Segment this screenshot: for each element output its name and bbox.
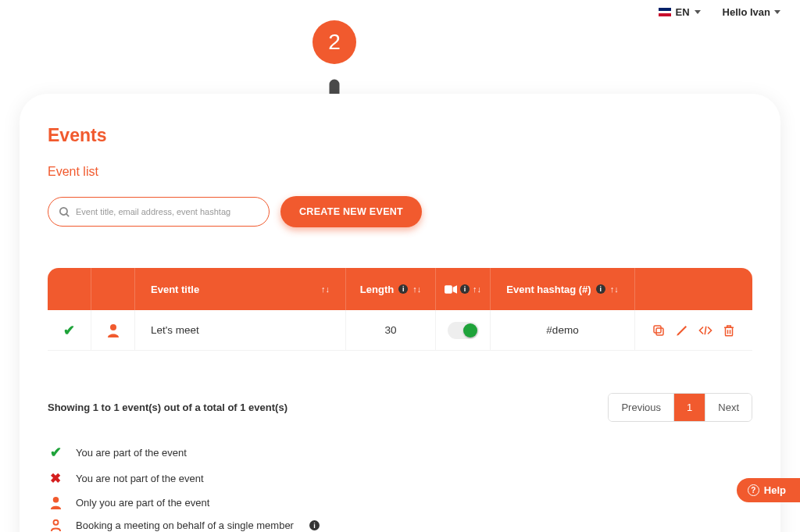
trash-icon[interactable] <box>722 323 736 337</box>
search-field-wrap <box>48 197 270 227</box>
user-menu[interactable]: Hello Ivan <box>723 6 780 18</box>
search-input[interactable] <box>76 207 259 216</box>
person-solo-icon <box>107 323 120 337</box>
search-icon <box>58 205 71 219</box>
prev-button[interactable]: Previous <box>609 394 673 421</box>
svg-rect-2 <box>445 285 452 294</box>
person-outline-icon <box>48 519 63 532</box>
help-label: Help <box>764 484 786 496</box>
header-length: Length <box>360 284 394 295</box>
question-icon: ? <box>748 484 759 496</box>
language-code: EN <box>676 6 690 18</box>
flag-uk-icon <box>659 8 671 16</box>
legend-not-member: You are not part of the event <box>76 473 204 484</box>
info-icon[interactable]: i <box>460 284 470 294</box>
events-table: Event title ↑↓ Length i ↑↓ i ↑↓ Event ha… <box>48 268 752 351</box>
cell-hashtag: #demo <box>546 324 578 336</box>
edit-icon[interactable] <box>675 323 689 337</box>
svg-point-10 <box>52 497 59 503</box>
user-greeting-text: Hello Ivan <box>723 6 770 18</box>
embed-code-icon[interactable] <box>698 323 712 337</box>
info-icon[interactable]: i <box>398 284 408 294</box>
table-row: ✔ Let's meet 30 #demo <box>48 310 752 351</box>
legend: ✔ You are part of the event ✖ You are no… <box>48 444 752 532</box>
events-card: Events Event list CREATE NEW EVENT Event… <box>20 94 780 532</box>
header-title: Event title <box>151 284 199 295</box>
cell-title[interactable]: Let's meet <box>151 324 199 336</box>
check-icon: ✔ <box>63 322 75 339</box>
page-subtitle: Event list <box>48 165 752 179</box>
svg-line-6 <box>705 326 706 334</box>
sort-icon[interactable]: ↑↓ <box>412 284 421 294</box>
legend-behalf-single: Booking a meeting on behalf of a single … <box>76 520 294 531</box>
callout-number: 2 <box>328 30 341 55</box>
svg-line-1 <box>66 213 69 216</box>
cell-length: 30 <box>384 324 396 336</box>
svg-rect-4 <box>656 328 663 335</box>
video-toggle[interactable] <box>448 322 479 339</box>
callout-badge-create: 2 <box>312 20 356 64</box>
video-icon <box>445 285 457 294</box>
pagination-summary: Showing 1 to 1 event(s) out of a total o… <box>48 402 288 413</box>
legend-only-you: Only you are part of the event <box>76 497 209 509</box>
next-button[interactable]: Next <box>705 394 752 421</box>
chevron-down-icon <box>695 10 701 14</box>
create-event-button[interactable]: CREATE NEW EVENT <box>280 196 422 227</box>
svg-rect-7 <box>726 327 733 336</box>
sort-icon[interactable]: ↑↓ <box>473 284 481 294</box>
svg-point-11 <box>53 520 58 525</box>
table-header-row: Event title ↑↓ Length i ↑↓ i ↑↓ Event ha… <box>48 268 752 310</box>
sort-icon[interactable]: ↑↓ <box>321 284 330 294</box>
language-switch[interactable]: EN <box>659 6 701 18</box>
header-hashtag: Event hashtag (#) <box>506 284 591 295</box>
check-icon: ✔ <box>48 444 63 461</box>
info-icon[interactable]: i <box>309 520 320 530</box>
x-icon: ✖ <box>48 470 63 487</box>
page-title: Events <box>48 125 752 146</box>
legend-row: ✖ You are not part of the event <box>48 470 752 487</box>
svg-rect-5 <box>654 326 661 333</box>
info-icon[interactable]: i <box>596 284 605 294</box>
duplicate-icon[interactable] <box>652 323 666 337</box>
legend-member: You are part of the event <box>76 447 187 459</box>
svg-point-3 <box>110 324 116 330</box>
help-button[interactable]: ? Help <box>737 478 800 502</box>
chevron-down-icon <box>774 10 780 14</box>
page-1-button[interactable]: 1 <box>673 394 705 421</box>
sort-icon[interactable]: ↑↓ <box>610 284 619 294</box>
pager: Previous 1 Next <box>608 393 752 422</box>
svg-point-0 <box>60 207 67 214</box>
legend-row: ✔ You are part of the event <box>48 444 752 461</box>
legend-row: Only you are part of the event <box>48 496 752 509</box>
legend-row: Booking a meeting on behalf of a single … <box>48 519 752 532</box>
person-solo-icon <box>48 496 63 509</box>
